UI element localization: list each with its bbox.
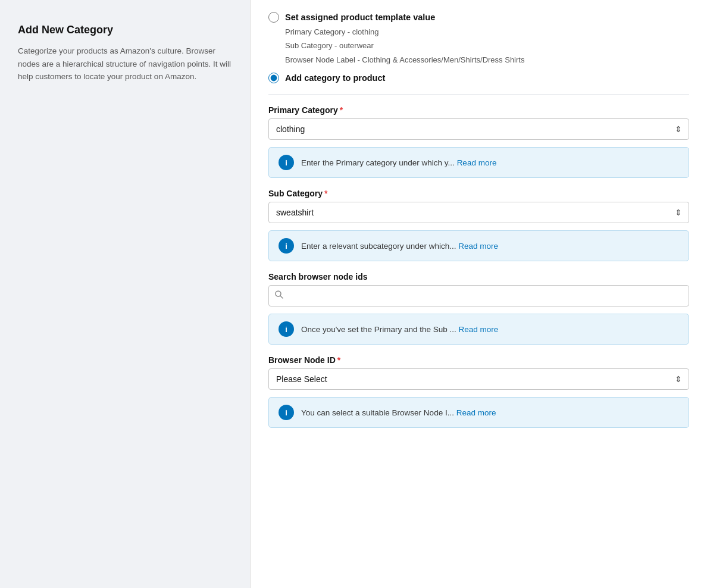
section-divider (268, 94, 689, 95)
search-browser-field: Search browser node ids (268, 272, 689, 306)
browser-node-id-required: * (337, 355, 340, 365)
browser-node-id-field: Browser Node ID* Please Select ⇕ (268, 355, 689, 390)
sub-category-info-box: i Enter a relevant subcategory under whi… (268, 230, 689, 261)
add-category-radio-row[interactable]: Add category to product (268, 73, 689, 83)
template-sub-info: Sub Category - outerwear (285, 39, 689, 52)
search-browser-wrapper (268, 285, 689, 306)
sub-category-label: Sub Category* (268, 189, 689, 198)
browser-node-info-icon: i (279, 405, 294, 420)
template-radio[interactable] (268, 12, 279, 23)
template-option-block: Set assigned product template value Prim… (268, 12, 689, 67)
template-node-info: Browser Node Label - Clothing & Accessor… (285, 53, 689, 67)
template-primary-info: Primary Category - clothing (285, 25, 689, 39)
sub-read-more-link[interactable]: Read more (458, 242, 498, 251)
add-category-radio-label[interactable]: Add category to product (285, 73, 385, 83)
add-category-option-block: Add category to product (268, 73, 689, 83)
sub-info-icon: i (279, 238, 294, 254)
primary-category-info-box: i Enter the Primary category under which… (268, 147, 689, 178)
sub-category-required: * (324, 189, 327, 198)
primary-category-label: Primary Category* (268, 105, 689, 115)
search-browser-info-box: i Once you've set the Primary and the Su… (268, 314, 689, 345)
sub-category-select[interactable]: sweatshirt jacket coat outerwear (268, 202, 689, 223)
sub-category-field: Sub Category* sweatshirt jacket coat out… (268, 189, 689, 223)
search-info-text: Once you've set the Primary and the Sub … (301, 325, 679, 334)
primary-category-required: * (340, 105, 343, 115)
template-radio-row[interactable]: Set assigned product template value (268, 12, 689, 23)
template-info: Primary Category - clothing Sub Category… (285, 25, 689, 67)
primary-category-select[interactable]: clothing electronics books (268, 118, 689, 140)
sidebar: Add New Category Categorize your product… (0, 0, 250, 588)
search-read-more-link[interactable]: Read more (458, 325, 498, 334)
primary-info-icon: i (279, 155, 294, 170)
browser-node-id-label: Browser Node ID* (268, 355, 689, 365)
sub-info-text: Enter a relevant subcategory under which… (301, 242, 679, 251)
browser-node-id-select-wrapper: Please Select ⇕ (268, 368, 689, 390)
browser-node-read-more-link[interactable]: Read more (456, 408, 496, 417)
add-category-radio[interactable] (268, 73, 279, 83)
page-title: Add New Category (18, 24, 232, 36)
primary-category-field: Primary Category* clothing electronics b… (268, 105, 689, 140)
browser-node-info-text: You can select a suitable Browser Node I… (301, 408, 679, 417)
search-browser-input[interactable] (268, 285, 689, 306)
primary-read-more-link[interactable]: Read more (457, 158, 497, 167)
sidebar-description: Categorize your products as Amazon's cul… (18, 45, 232, 83)
main-content: Set assigned product template value Prim… (250, 0, 707, 588)
browser-node-id-select[interactable]: Please Select (268, 368, 689, 390)
search-info-icon: i (279, 321, 294, 337)
sub-category-select-wrapper: sweatshirt jacket coat outerwear ⇕ (268, 202, 689, 223)
browser-node-id-info-box: i You can select a suitable Browser Node… (268, 397, 689, 428)
search-browser-label: Search browser node ids (268, 272, 689, 282)
primary-category-select-wrapper: clothing electronics books ⇕ (268, 118, 689, 140)
template-radio-label[interactable]: Set assigned product template value (285, 12, 435, 22)
primary-info-text: Enter the Primary category under which y… (301, 158, 679, 167)
